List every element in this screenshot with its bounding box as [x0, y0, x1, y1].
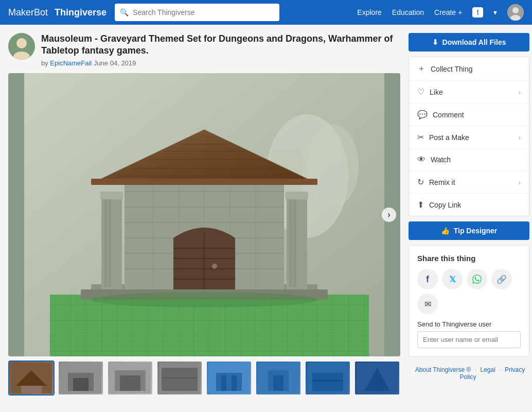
post-make-action[interactable]: ✂ Post a Make › — [409, 126, 529, 149]
thumbnail-5[interactable] — [206, 360, 252, 396]
svg-rect-66 — [21, 386, 42, 393]
copy-link-label: Copy Link — [429, 201, 521, 209]
collect-label: Collect Thing — [431, 65, 521, 73]
svg-point-46 — [212, 264, 217, 269]
send-section: Send to Thingiverse user — [417, 320, 521, 348]
svg-rect-18 — [100, 192, 123, 199]
about-link[interactable]: About Thingiverse ® — [415, 366, 471, 373]
watch-action[interactable]: 👁 Watch — [409, 149, 529, 171]
facebook-share-button[interactable]: f — [417, 269, 438, 289]
post-make-arrow: › — [518, 133, 521, 142]
share-section: Share this thing f 𝕏 🔗 ✉ Send to Thingiv… — [409, 245, 529, 357]
svg-point-1 — [512, 7, 519, 13]
remix-icon: ↻ — [417, 177, 424, 187]
svg-rect-69 — [73, 378, 88, 391]
remix-arrow: › — [518, 178, 521, 186]
svg-rect-72 — [120, 375, 140, 391]
svg-rect-24 — [293, 199, 296, 287]
left-column: Mausoleum - Graveyard Themed Set for Dun… — [8, 33, 400, 396]
search-bar[interactable]: 🔍 — [115, 4, 279, 21]
thumbnail-6[interactable] — [255, 360, 302, 396]
logo-makerbot: MakerBot — [8, 7, 48, 18]
svg-rect-20 — [108, 199, 111, 287]
svg-rect-79 — [232, 375, 237, 391]
image-nav-arrow[interactable]: › — [382, 208, 396, 222]
logo-thingiverse: Thingiverse — [55, 7, 107, 18]
legal-link[interactable]: Legal — [480, 366, 495, 373]
like-arrow: › — [518, 88, 521, 96]
collect-icon: ＋ — [417, 63, 425, 74]
collect-action[interactable]: ＋ Collect Thing — [409, 57, 529, 81]
svg-rect-23 — [289, 199, 292, 287]
share-title: Share this thing — [417, 254, 521, 263]
thumb-img-1 — [9, 362, 54, 394]
logo: MakerBot Thingiverse — [8, 7, 107, 18]
remix-label: Remix it — [429, 178, 513, 186]
watch-label: Watch — [431, 156, 521, 164]
send-input[interactable] — [417, 331, 521, 348]
thumbnail-2[interactable] — [58, 360, 104, 396]
thumbnail-7[interactable] — [305, 360, 351, 396]
svg-rect-62 — [91, 179, 317, 185]
thumb-img-5 — [207, 362, 251, 394]
thumbnail-4[interactable] — [156, 360, 203, 396]
email-share-button[interactable]: ✉ — [417, 294, 438, 314]
author-link[interactable]: EpicNameFail — [50, 59, 92, 67]
download-label: Download All Files — [442, 38, 506, 46]
thumb-img-8 — [355, 362, 399, 394]
post-make-label: Post a Make — [429, 133, 513, 142]
header: MakerBot Thingiverse 🔍 Explore Education… — [0, 0, 532, 25]
like-action[interactable]: ♡ Like › — [409, 81, 529, 104]
comment-action[interactable]: 💬 Comment — [409, 104, 529, 126]
right-column: ⬇ Download All Files ＋ Collect Thing ♡ L… — [409, 33, 529, 396]
thing-meta: by EpicNameFail June 04, 2019 — [41, 59, 400, 67]
svg-rect-19 — [104, 199, 107, 287]
copy-link-icon: ⬆ — [417, 200, 424, 210]
download-button[interactable]: ⬇ Download All Files — [409, 33, 529, 52]
search-input[interactable] — [133, 8, 274, 16]
page-title: Mausoleum - Graveyard Themed Set for Dun… — [41, 33, 400, 57]
main-image-svg — [8, 73, 400, 356]
svg-rect-22 — [286, 192, 308, 199]
thing-title-block: Mausoleum - Graveyard Themed Set for Dun… — [41, 33, 400, 67]
user-avatar[interactable] — [507, 4, 524, 21]
main-image: › — [8, 73, 400, 356]
send-label: Send to Thingiverse user — [417, 320, 521, 328]
svg-point-12 — [307, 125, 359, 207]
user-dropdown-icon[interactable]: ▾ — [493, 8, 497, 16]
tip-icon: 👍 — [441, 227, 450, 235]
thumbnail-1[interactable] — [8, 360, 55, 396]
avatar-icon — [507, 4, 524, 21]
tip-button[interactable]: 👍 Tip Designer — [409, 221, 529, 240]
twitter-share-button[interactable]: 𝕏 — [442, 269, 463, 289]
thumbnail-3[interactable] — [107, 360, 153, 396]
thumb-img-2 — [59, 362, 103, 394]
comment-icon: 💬 — [417, 110, 428, 119]
thing-header: Mausoleum - Graveyard Themed Set for Dun… — [8, 33, 400, 67]
nav-education[interactable]: Education — [392, 8, 424, 16]
like-label: Like — [430, 88, 513, 96]
share-icons: f 𝕏 🔗 — [417, 269, 521, 289]
thumbnail-strip — [8, 360, 400, 396]
thumb-img-7 — [306, 362, 350, 394]
post-make-icon: ✂ — [417, 132, 424, 142]
nav-create[interactable]: Create + — [434, 8, 462, 16]
thumb-img-3 — [108, 362, 152, 394]
notification-button[interactable]: ! — [472, 7, 483, 18]
svg-point-4 — [16, 38, 27, 48]
action-list: ＋ Collect Thing ♡ Like › 💬 Comment ✂ Pos… — [409, 57, 529, 216]
share-icons-row2: ✉ — [417, 294, 521, 314]
svg-rect-77 — [216, 373, 242, 391]
comment-label: Comment — [433, 111, 521, 119]
whatsapp-share-button[interactable] — [467, 269, 487, 289]
footer-links: About Thingiverse ® · Legal · Privacy Po… — [409, 366, 529, 381]
svg-rect-74 — [162, 368, 198, 391]
thumb-img-6 — [256, 362, 300, 394]
remix-action[interactable]: ↻ Remix it › — [409, 171, 529, 194]
author-avatar — [8, 33, 35, 60]
svg-rect-82 — [273, 375, 283, 391]
link-share-button[interactable]: 🔗 — [491, 269, 512, 289]
thumbnail-8[interactable] — [354, 360, 400, 396]
copy-link-action[interactable]: ⬆ Copy Link — [409, 194, 529, 216]
nav-explore[interactable]: Explore — [357, 8, 381, 16]
